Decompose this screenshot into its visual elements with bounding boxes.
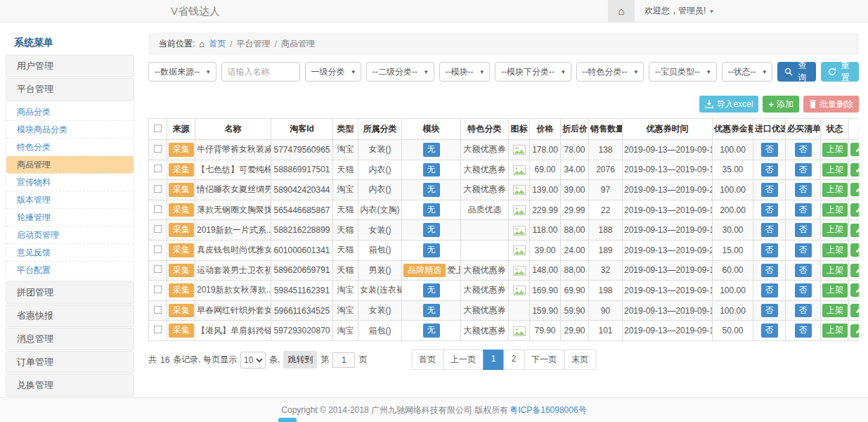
level2-category-select[interactable]: --二级分类--▾ <box>366 62 434 82</box>
import-select-badge: 否 <box>761 304 778 318</box>
item-type-select[interactable]: --宝贝类型--▾ <box>649 62 717 82</box>
edit-button[interactable] <box>850 283 859 297</box>
status-cell: 上架 <box>821 260 849 281</box>
breadcrumb-item: 平台管理 <box>237 38 271 50</box>
sidebar-item[interactable]: 商品分类 <box>6 103 134 121</box>
records-unit: 条, <box>269 354 280 366</box>
icp-link[interactable]: 粤ICP备16098006号 <box>510 404 586 416</box>
module-cell: 无 <box>402 240 461 260</box>
import-select-cell: 否 <box>753 300 786 321</box>
name-cell: 【港风】单肩斜跨链条... <box>195 321 271 341</box>
edit-button[interactable] <box>850 224 859 237</box>
edit-button[interactable] <box>850 183 859 196</box>
page-size-select[interactable]: 10 <box>240 352 266 369</box>
chevron-down-icon: ▾ <box>425 68 428 75</box>
sidebar-item[interactable]: 版本管理 <box>6 191 134 209</box>
sidebar-item[interactable]: 意见反馈 <box>6 244 134 262</box>
feature-category-select[interactable]: --特色分类--▾ <box>576 62 644 82</box>
sidebar-group[interactable]: 订单管理 <box>6 351 134 373</box>
sidebar-group[interactable]: 用户管理 <box>6 55 134 77</box>
sidebar-item[interactable]: 特色分类 <box>6 139 134 156</box>
batch-delete-button[interactable]: 批量删除 <box>803 96 859 113</box>
name-input[interactable] <box>221 62 300 82</box>
sidebar-group[interactable]: 兑换管理 <box>6 374 134 397</box>
row-checkbox[interactable] <box>154 286 162 294</box>
breadcrumb-home-link[interactable]: 首页 <box>209 38 226 50</box>
row-checkbox[interactable] <box>154 245 162 253</box>
must-buy-cell: 否 <box>786 200 821 220</box>
pager-button[interactable]: 上一页 <box>443 350 484 370</box>
reset-button[interactable]: 重置 <box>821 62 859 82</box>
pager-button[interactable]: 末页 <box>564 350 596 370</box>
status-select[interactable]: --状态--▾ <box>722 62 773 82</box>
sales-cell: 198 <box>589 281 623 301</box>
jump-button[interactable]: 跳转到 <box>283 351 317 369</box>
module-badge: 无 <box>423 163 440 177</box>
coupon-amount-cell: 35.00 <box>713 160 753 180</box>
edit-button[interactable] <box>850 304 859 317</box>
sidebar-group[interactable]: 消息管理 <box>6 328 134 350</box>
sidebar-item[interactable]: 商品管理 <box>6 156 134 174</box>
sidebar-item[interactable]: 宣传物料 <box>6 174 134 191</box>
module-badge: 无 <box>423 283 440 298</box>
edit-button[interactable] <box>850 203 859 217</box>
operations-cell <box>849 300 860 321</box>
row-select-cell <box>149 260 167 281</box>
jump-page-input[interactable] <box>332 352 355 368</box>
table-row: 采集运动套装男士卫衣初秋...589620659791天猫男装()品牌精选爱上运… <box>149 260 860 281</box>
product-thumbnail <box>513 265 526 275</box>
import-select-cell: 否 <box>753 200 786 220</box>
import-select-cell: 否 <box>753 281 786 301</box>
name-cell: 情侣睡衣女夏丝绸男士... <box>195 180 271 200</box>
sidebar-group[interactable]: 平台管理 <box>6 78 134 101</box>
table-row: 采集早春网红针织外套女春...596611634525淘宝女装()无大额优惠券1… <box>149 300 860 321</box>
add-button[interactable]: + 添加 <box>763 96 799 113</box>
edit-button[interactable] <box>850 163 859 177</box>
source-cell: 采集 <box>167 200 195 220</box>
row-checkbox[interactable] <box>154 305 162 314</box>
discount-price-cell: 29.90 <box>561 321 589 341</box>
select-all-checkbox[interactable] <box>154 124 162 132</box>
data-source-select[interactable]: --数据来源--▾ <box>148 62 216 82</box>
import-excel-button[interactable]: 导入excel <box>699 96 758 113</box>
search-button[interactable]: 查询 <box>777 62 815 82</box>
edit-button[interactable] <box>850 243 859 257</box>
pager-button[interactable]: 首页 <box>411 350 443 370</box>
row-checkbox[interactable] <box>154 326 162 334</box>
pager-button[interactable]: 下一页 <box>524 350 564 370</box>
row-checkbox[interactable] <box>154 205 162 213</box>
pager-button[interactable]: 1 <box>483 350 504 370</box>
product-thumbnail <box>513 144 526 154</box>
sidebar-group[interactable]: 省惠快报 <box>6 305 134 327</box>
module-cell: 无 <box>402 180 461 200</box>
status-cell: 上架 <box>821 321 849 341</box>
level1-category-select[interactable]: 一级分类▾ <box>305 62 362 82</box>
pager-button[interactable]: 2 <box>503 350 524 370</box>
row-checkbox[interactable] <box>154 265 162 274</box>
row-checkbox[interactable] <box>154 144 162 153</box>
must-buy-badge: 否 <box>795 264 812 278</box>
row-checkbox[interactable] <box>154 165 162 173</box>
home-button[interactable]: ⌂ <box>608 0 635 22</box>
user-menu[interactable]: 欢迎您，管理员! ▾ <box>635 0 723 22</box>
status-cell: 上架 <box>821 300 849 321</box>
product-thumbnail <box>513 165 526 174</box>
module-subcategory-select[interactable]: --模块下分类--▾ <box>495 62 571 82</box>
row-checkbox[interactable] <box>154 225 162 234</box>
taoke-id-cell: 589620659791 <box>271 260 333 281</box>
sidebar-item[interactable]: 启动页管理 <box>6 226 134 244</box>
import-select-cell: 否 <box>753 240 786 260</box>
sidebar-item[interactable]: 模块商品分类 <box>6 121 134 139</box>
module-select[interactable]: --模块--▾ <box>439 62 491 82</box>
product-thumbnail <box>513 185 526 195</box>
edit-button[interactable] <box>850 324 859 338</box>
chevron-down-icon: ▾ <box>763 68 767 75</box>
must-buy-badge: 否 <box>795 163 812 177</box>
row-checkbox[interactable] <box>154 185 162 193</box>
sidebar-item[interactable]: 轮播管理 <box>6 209 134 226</box>
sidebar-group[interactable]: 拼团管理 <box>6 281 134 304</box>
edit-button[interactable] <box>850 143 859 156</box>
sidebar-item[interactable]: 平台配置 <box>6 262 134 279</box>
type-cell: 淘宝 <box>333 321 358 341</box>
edit-button[interactable] <box>850 264 859 277</box>
